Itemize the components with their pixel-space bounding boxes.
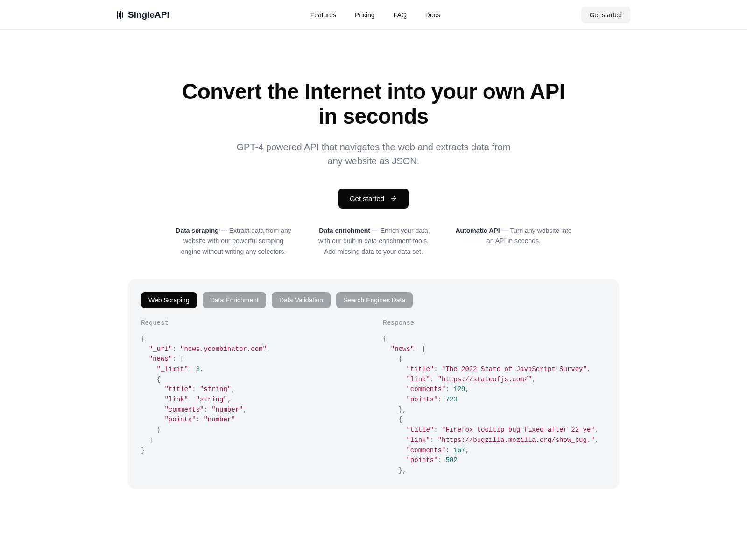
get-started-button-hero[interactable]: Get started (338, 189, 409, 209)
hero-subtitle: GPT-4 powered API that navigates the web… (233, 140, 514, 168)
code-tabs: Web Scraping Data Enrichment Data Valida… (141, 292, 606, 308)
logo[interactable]: SingleAPI (117, 10, 169, 20)
logo-icon (117, 10, 123, 20)
tab-data-validation[interactable]: Data Validation (272, 292, 331, 308)
tab-web-scraping[interactable]: Web Scraping (141, 292, 197, 308)
response-column: Response { "news": [ { "title": "The 202… (383, 319, 606, 476)
brand-name: SingleAPI (128, 10, 169, 20)
feature-title: Data enrichment (319, 227, 370, 234)
features-row: Data scraping — Extract data from any we… (163, 225, 584, 257)
main-nav: Features Pricing FAQ Docs (310, 11, 440, 19)
get-started-button-header[interactable]: Get started (581, 7, 630, 23)
tab-data-enrichment[interactable]: Data Enrichment (203, 292, 266, 308)
code-card: Web Scraping Data Enrichment Data Valida… (128, 279, 619, 489)
tab-search-engines-data[interactable]: Search Engines Data (336, 292, 413, 308)
request-label: Request (141, 319, 364, 327)
hero: Convert the Internet into your own API i… (163, 30, 584, 209)
code-section: Web Scraping Data Enrichment Data Valida… (117, 279, 630, 489)
hero-title: Convert the Internet into your own API i… (175, 79, 572, 129)
feature-title: Data scraping (176, 227, 219, 234)
nav-docs[interactable]: Docs (425, 11, 440, 19)
request-code: { "_url": "news.ycombinator.com", "news"… (141, 334, 364, 455)
nav-faq[interactable]: FAQ (394, 11, 407, 19)
request-column: Request { "_url": "news.ycombinator.com"… (141, 319, 364, 476)
response-code: { "news": [ { "title": "The 2022 State o… (383, 334, 606, 476)
header: SingleAPI Features Pricing FAQ Docs Get … (0, 0, 747, 30)
feature-data-enrichment: Data enrichment — Enrich your data with … (315, 225, 432, 257)
nav-features[interactable]: Features (310, 11, 336, 19)
cta-label: Get started (350, 195, 384, 203)
feature-data-scraping: Data scraping — Extract data from any we… (175, 225, 292, 257)
nav-pricing[interactable]: Pricing (355, 11, 375, 19)
arrow-right-icon (390, 195, 397, 202)
feature-automatic-api: Automatic API — Turn any website into an… (455, 225, 572, 257)
feature-title: Automatic API (455, 227, 500, 234)
response-label: Response (383, 319, 606, 327)
